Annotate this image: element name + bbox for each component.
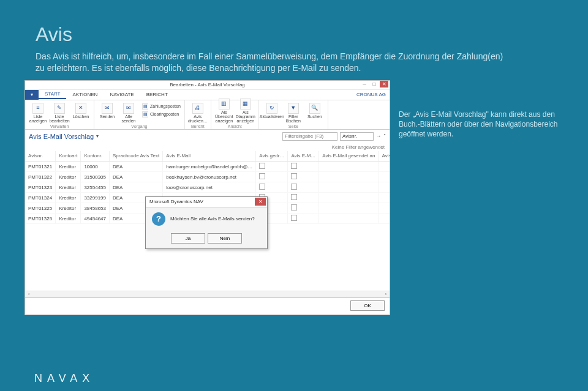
intro-paragraph: Das Avis ist hilfreich, um, insbesondere… xyxy=(36,51,513,74)
checkbox[interactable] xyxy=(259,173,265,179)
delete-icon: ✕ xyxy=(75,103,86,114)
search-icon: 🔍 xyxy=(309,103,320,114)
confirm-dialog: Microsoft Dynamics NAV ✕ ? Möchten Sie a… xyxy=(145,196,268,249)
group-seite: Seite xyxy=(262,124,325,128)
col-sprachcode[interactable]: Sprachcode Avis Text xyxy=(109,151,162,162)
no-filter-label: Keine Filter angewendet xyxy=(25,143,390,151)
col-avisnr[interactable]: Avisnr. xyxy=(25,151,56,162)
checkbox[interactable] xyxy=(259,184,265,190)
filter-go-icon[interactable]: → xyxy=(376,133,381,139)
suchen-button[interactable]: 🔍Suchen xyxy=(304,103,325,119)
tab-start[interactable]: START xyxy=(39,89,66,99)
side-note: Der „Avis E-Mail Vorschlag" kann direkt … xyxy=(399,80,558,315)
filter-loeschen-button[interactable]: ▼Filterlöschen xyxy=(283,103,304,124)
bottom-bar: OK xyxy=(25,297,390,315)
send-all-icon: ✉ xyxy=(123,103,134,114)
brand-logo: NAVAX xyxy=(34,372,94,385)
clearing-icon: ▤ xyxy=(142,111,148,117)
edit-list-icon: ✎ xyxy=(54,103,65,114)
page-subtitle: Avis E-Mail Vorschlag xyxy=(29,133,94,140)
subtitle-dropdown-icon[interactable]: ▾ xyxy=(96,133,99,139)
checkbox[interactable] xyxy=(291,184,297,190)
ribbon-toolbar: ≡Listeanzeigen ✎Listebearbeiten ✕Löschen… xyxy=(25,100,390,130)
ledger-icon: ▤ xyxy=(142,103,148,110)
window-title: Bearbeiten - Avis E-Mail Vorschlag xyxy=(170,82,245,88)
diagramm-button[interactable]: ▦Als Diagrammanzeigen xyxy=(235,99,256,124)
send-icon: ✉ xyxy=(102,103,113,114)
col-avis-em[interactable]: Avis E-M… xyxy=(288,151,319,162)
col-avis-email[interactable]: Avis E-Mail xyxy=(163,151,256,162)
clearingposten-button[interactable]: ▤Clearingposten xyxy=(141,111,182,118)
zahlungsposten-button[interactable]: ▤Zahlungsposten xyxy=(141,103,182,110)
loeschen-button[interactable]: ✕Löschen xyxy=(70,103,91,119)
filter-input[interactable] xyxy=(282,132,337,141)
checkbox[interactable] xyxy=(291,173,297,179)
liste-anzeigen-button[interactable]: ≡Listeanzeigen xyxy=(28,103,48,124)
window-close[interactable]: ✕ xyxy=(380,81,388,88)
table-row[interactable]: PMT01322Kreditor31500305DEAbeekhuysen.bv… xyxy=(25,172,390,182)
col-gesendet-an[interactable]: Avis E-Mail gesendet an xyxy=(319,151,379,162)
aktualisieren-button[interactable]: ↻Aktualisieren xyxy=(262,103,282,119)
checkbox[interactable] xyxy=(291,215,297,221)
dialog-message: Möchten Sie alle Avis E-Mails senden? xyxy=(170,216,255,222)
group-ansicht: Ansicht xyxy=(214,124,256,128)
group-verwalten: Verwalten xyxy=(28,124,91,128)
print-icon: 🖨 xyxy=(192,103,203,114)
overview-icon: ▥ xyxy=(219,99,230,110)
avis-drucken-button[interactable]: 🖨Avisdrucken… xyxy=(187,103,208,124)
ribbon-tabs: ▾ START AKTIONEN NAVIGATE BERICHT CRONUS… xyxy=(25,90,390,100)
senden-button[interactable]: ✉Senden xyxy=(97,103,118,119)
col-kontoart[interactable]: Kontoart xyxy=(56,151,81,162)
back-button[interactable]: ▾ xyxy=(25,89,39,100)
table-row[interactable]: PMT01321Kreditor10000DEAhamburger.mobeig… xyxy=(25,162,390,172)
window-minimize[interactable]: ─ xyxy=(360,81,369,88)
table-row[interactable]: PMT01323Kreditor32554455DEAlook@cronusco… xyxy=(25,182,390,193)
nav-window-screenshot: Bearbeiten - Avis E-Mail Vorschlag ─ □ ✕… xyxy=(24,80,390,315)
ok-button[interactable]: OK xyxy=(350,300,385,311)
window-maximize[interactable]: □ xyxy=(370,81,379,88)
col-kontonr[interactable]: Kontonr. xyxy=(81,151,110,162)
group-bericht: Bericht xyxy=(187,124,208,128)
group-vorgang: Vorgang xyxy=(97,124,182,128)
col-avis-gedr[interactable]: Avis gedr… xyxy=(256,151,288,162)
dialog-no-button[interactable]: Nein xyxy=(208,233,242,244)
clear-filter-icon: ▼ xyxy=(288,103,299,114)
refresh-icon: ↻ xyxy=(266,103,277,114)
checkbox[interactable] xyxy=(291,204,297,210)
tab-navigate[interactable]: NAVIGATE xyxy=(104,89,140,100)
page-title: Avis xyxy=(36,23,588,46)
dialog-title: Microsoft Dynamics NAV xyxy=(149,199,203,204)
dialog-yes-button[interactable]: Ja xyxy=(171,233,205,244)
question-icon: ? xyxy=(152,212,165,226)
col-gesendet-am[interactable]: Avis E-Mail gesendet am xyxy=(379,151,390,162)
liste-bearbeiten-button[interactable]: ✎Listebearbeiten xyxy=(49,103,70,124)
dialog-close[interactable]: ✕ xyxy=(255,198,266,206)
window-titlebar: Bearbeiten - Avis E-Mail Vorschlag ─ □ ✕ xyxy=(25,81,390,90)
filter-field-select[interactable]: Avisnr. xyxy=(340,132,374,141)
uebersicht-button[interactable]: ▥Als Übersichtanzeigen xyxy=(214,99,235,124)
checkbox[interactable] xyxy=(291,163,297,169)
list-icon: ≡ xyxy=(32,103,43,114)
alle-senden-button[interactable]: ✉Allesenden xyxy=(118,103,139,124)
h-scrollbar[interactable]: ‹› xyxy=(25,291,390,297)
tab-bericht[interactable]: BERICHT xyxy=(140,89,174,100)
filter-expand-icon[interactable]: ˅ xyxy=(383,133,386,139)
checkbox[interactable] xyxy=(259,163,265,169)
chart-icon: ▦ xyxy=(240,99,251,110)
tab-aktionen[interactable]: AKTIONEN xyxy=(66,89,104,100)
org-name: CRONUS AG xyxy=(356,92,390,97)
checkbox[interactable] xyxy=(291,194,297,200)
